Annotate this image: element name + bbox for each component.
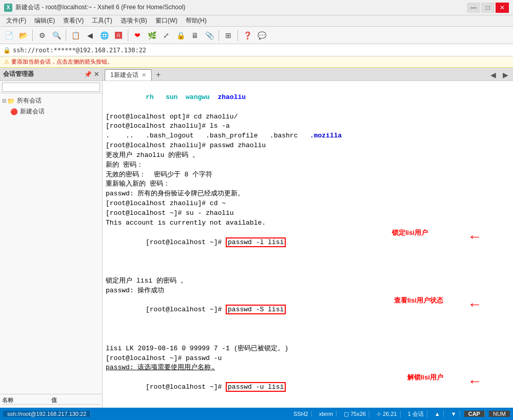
close-button[interactable]: ✕ — [496, 3, 509, 13]
sidebar-item-new-session[interactable]: 🔴 新建会话 — [0, 106, 102, 117]
toolbar-btn-8[interactable]: ❤ — [131, 29, 144, 42]
status-size: ▢ 75x26 — [341, 411, 369, 417]
toolbar-separator-3 — [128, 30, 128, 41]
term-line-14: passwd: 操作成功 — [106, 286, 510, 296]
toolbar-btn-4[interactable]: 📋 — [69, 29, 82, 42]
status-annotation: 查看lisi用户状态 — [394, 296, 443, 306]
terminal-area: 1新建会话 ✕ + ◀ ▶ rh sun wangwu zhaoliu [roo… — [103, 68, 513, 408]
sidebar-search-input[interactable] — [2, 83, 100, 92]
hint-warn-icon: ⚠ — [4, 58, 9, 65]
address-bar: 🔒 ssh://root:******@192.168.217.130:22 — [0, 44, 513, 56]
lock-command-highlight: passwd -l lisi — [226, 237, 286, 247]
unlock-arrow-icon: ← — [470, 372, 479, 393]
status-size-text: 75x26 — [350, 411, 366, 417]
status-bar: ssh://root@192.168.217.130:22 SSH2 xterm… — [0, 408, 513, 420]
app-icon: X — [4, 4, 12, 12]
toolbar-btn-11[interactable]: 🔒 — [174, 29, 187, 42]
session-manager-sidebar: 会话管理器 📌 ✕ ⊟ 📁 所有会话 🔴 新建会话 名称 值 — [0, 68, 103, 408]
tab-navigation: ◀ ▶ — [487, 69, 511, 81]
sidebar-item-label: 新建会话 — [20, 107, 45, 116]
sidebar-tree: ⊟ 📁 所有会话 🔴 新建会话 — [0, 93, 102, 394]
term-line-4: [root@localhost zhaoliu]# passwd zhaoliu — [106, 141, 510, 151]
menu-tabs[interactable]: 选项卡(B) — [116, 16, 151, 26]
term-line-12: This account is currently not available. — [106, 218, 510, 228]
status-protocol-text: SSH2 — [293, 411, 308, 417]
status-arrow-down[interactable]: ▼ — [448, 411, 460, 417]
term-line-2: [root@localhost zhaoliu]# ls -a — [106, 122, 510, 131]
toolbar-btn-5[interactable]: ◀ — [83, 29, 96, 42]
menu-edit[interactable]: 编辑(E) — [30, 16, 59, 26]
status-ssh-text: ssh://root@192.168.217.130:22 — [7, 411, 86, 417]
toolbar-btn-3[interactable]: 🔍 — [50, 29, 63, 42]
menu-bar: 文件(F) 编辑(E) 查看(V) 工具(T) 选项卡(B) 窗口(W) 帮助(… — [0, 15, 513, 27]
menu-view[interactable]: 查看(V) — [59, 16, 88, 26]
toolbar-separator-4 — [219, 30, 219, 41]
toolbar-separator-5 — [238, 30, 238, 41]
menu-window[interactable]: 窗口(W) — [151, 16, 182, 26]
term-line-status: [root@localhost ~]# passwd -S lisi 查看lis… — [106, 296, 510, 344]
sidebar-item-all-sessions[interactable]: ⊟ 📁 所有会话 — [0, 95, 102, 106]
term-line-17: passwd: 该选项需要使用用户名称. — [106, 363, 510, 373]
toolbar-btn-14[interactable]: ⊞ — [222, 29, 235, 42]
status-terminal: xterm — [316, 411, 337, 417]
name-col-header: 名称 — [2, 396, 51, 404]
toolbar-btn-6[interactable]: 🌐 — [97, 29, 111, 42]
term-line-11: [root@localhost ~]# su - zhaoliu — [106, 209, 510, 218]
value-col-header: 值 — [51, 396, 101, 404]
toolbar-btn-9[interactable]: 🌿 — [145, 29, 159, 42]
sidebar-item-label: 所有会话 — [17, 96, 42, 105]
term-line-7: 无效的密码： 密码少于 8 个字符 — [106, 170, 510, 180]
maximize-button[interactable]: □ — [481, 3, 495, 13]
toolbar-btn-15[interactable]: ❓ — [241, 29, 254, 42]
tab-new-session[interactable]: 1新建会话 ✕ — [105, 69, 152, 81]
status-cap-text: CAP — [468, 411, 480, 417]
minimize-button[interactable]: — — [467, 3, 480, 13]
open-button[interactable]: 📂 — [16, 29, 30, 42]
close-sidebar-button[interactable]: ✕ — [94, 71, 99, 78]
toolbar-btn-10[interactable]: ⤢ — [160, 29, 173, 42]
tab-close-icon[interactable]: ✕ — [142, 72, 146, 78]
status-protocol: SSH2 — [290, 411, 312, 417]
status-arrow-up[interactable]: ▲ — [431, 411, 444, 417]
menu-tools[interactable]: 工具(T) — [88, 16, 116, 26]
unlock-command-highlight: passwd -u lisi — [226, 382, 286, 392]
toolbar-btn-7[interactable]: 🅰 — [112, 29, 125, 42]
term-line-3: . .. .bash_logout .bash_profile .bashrc … — [106, 131, 510, 141]
status-cap: CAP — [464, 411, 485, 417]
session-icon: 🔴 — [10, 108, 18, 115]
tab-next-button[interactable]: ▶ — [500, 69, 511, 81]
term-line-lock: [root@localhost ~]# passwd -l lisi 锁定lis… — [106, 228, 510, 276]
term-line-unlock: [root@localhost ~]# passwd -u lisi 解锁lis… — [106, 373, 510, 408]
toolbar-btn-13[interactable]: 📎 — [203, 29, 216, 42]
unlock-annotation: 解锁lisi用户 — [407, 373, 443, 383]
toolbar-btn-12[interactable]: 🖥 — [188, 29, 202, 42]
hint-bar: ⚠ 要添加当前会话，点击左侧的箭头按钮。 — [0, 56, 513, 68]
toolbar-separator-1 — [32, 30, 33, 41]
term-line-10: [root@localhost zhaoliu]# cd ~ — [106, 199, 510, 209]
status-size-icon: ▢ — [344, 411, 349, 417]
status-cursor-text: 26,21 — [383, 411, 397, 417]
properties-header: 名称 值 — [2, 396, 100, 405]
tab-label: 1新建会话 — [110, 71, 139, 79]
term-line-15: lisi LK 2019-08-16 0 99999 7 -1 (密码已被锁定。… — [106, 344, 510, 354]
menu-file[interactable]: 文件(F) — [2, 16, 30, 26]
menu-help[interactable]: 帮助(H) — [182, 16, 211, 26]
terminal-wrapper: rh sun wangwu zhaoliu [root@localhost op… — [103, 81, 513, 408]
pin-button[interactable]: 📌 — [84, 71, 92, 78]
status-sessions: 1 会话 — [405, 410, 427, 418]
term-line-16: [root@localhost ~]# passwd -u — [106, 354, 510, 364]
status-sessions-text: 1 会话 — [408, 410, 424, 418]
tab-prev-button[interactable]: ◀ — [487, 69, 499, 81]
tab-add-button[interactable]: + — [153, 69, 164, 81]
status-command-highlight: passwd -S lisi — [226, 305, 286, 314]
expand-icon: ⊟ — [2, 98, 6, 104]
toolbar-btn-2[interactable]: ⚙ — [35, 29, 49, 42]
address-text[interactable]: ssh://root:******@192.168.217.130:22 — [13, 47, 146, 54]
status-terminal-text: xterm — [319, 411, 333, 417]
sidebar-search-area — [0, 81, 102, 93]
new-session-button[interactable]: 📄 — [2, 29, 15, 42]
toolbar: 📄 📂 ⚙ 🔍 📋 ◀ 🌐 🅰 ❤ 🌿 ⤢ 🔒 🖥 📎 ⊞ ❓ 💬 — [0, 27, 513, 44]
window-controls: — □ ✕ — [467, 3, 509, 13]
toolbar-btn-16[interactable]: 💬 — [255, 29, 268, 42]
terminal-content[interactable]: rh sun wangwu zhaoliu [root@localhost op… — [103, 81, 513, 408]
